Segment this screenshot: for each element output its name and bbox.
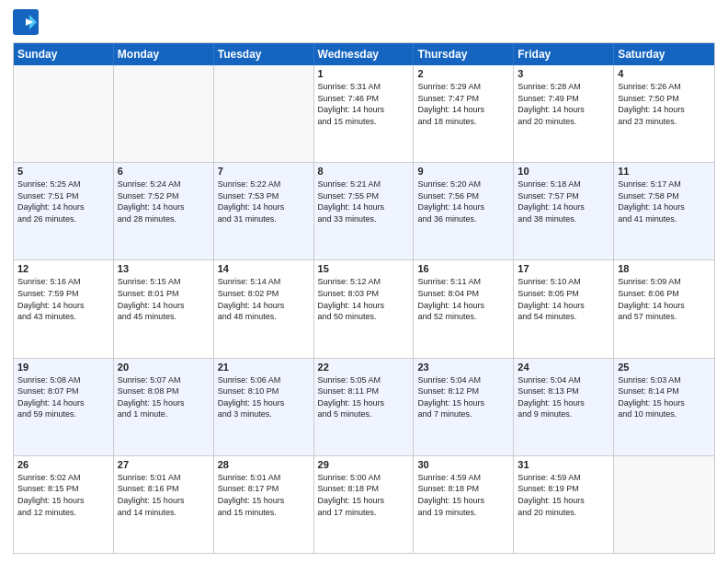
day-number: 25: [618, 362, 711, 373]
cal-cell-2-3: 7Sunrise: 5:22 AM Sunset: 7:53 PM Daylig…: [214, 163, 314, 259]
cell-info: Sunrise: 5:06 AM Sunset: 8:10 PM Dayligh…: [218, 374, 310, 420]
cell-info: Sunrise: 5:22 AM Sunset: 7:53 PM Dayligh…: [218, 178, 310, 224]
cal-cell-1-2: [114, 65, 214, 162]
cell-info: Sunrise: 5:28 AM Sunset: 7:49 PM Dayligh…: [518, 81, 609, 127]
header-day-saturday: Saturday: [614, 43, 714, 65]
cal-cell-5-3: 28Sunrise: 5:01 AM Sunset: 8:17 PM Dayli…: [214, 456, 314, 553]
day-number: 23: [417, 362, 509, 373]
cal-cell-4-3: 21Sunrise: 5:06 AM Sunset: 8:10 PM Dayli…: [214, 359, 314, 455]
day-number: 4: [618, 68, 711, 79]
cal-cell-4-4: 22Sunrise: 5:05 AM Sunset: 8:11 PM Dayli…: [314, 359, 415, 455]
cell-info: Sunrise: 5:17 AM Sunset: 7:58 PM Dayligh…: [618, 178, 711, 224]
cell-info: Sunrise: 5:16 AM Sunset: 7:59 PM Dayligh…: [17, 276, 109, 322]
calendar-row-2: 5Sunrise: 5:25 AM Sunset: 7:51 PM Daylig…: [14, 162, 714, 259]
cell-info: Sunrise: 5:24 AM Sunset: 7:52 PM Dayligh…: [118, 178, 210, 224]
cal-cell-1-4: 1Sunrise: 5:31 AM Sunset: 7:46 PM Daylig…: [314, 65, 415, 162]
day-number: 31: [518, 459, 609, 470]
logo: [13, 9, 42, 35]
day-number: 20: [118, 362, 210, 373]
day-number: 29: [318, 459, 410, 470]
day-number: 6: [118, 166, 210, 177]
calendar-body: 1Sunrise: 5:31 AM Sunset: 7:46 PM Daylig…: [14, 65, 714, 553]
cal-cell-2-5: 9Sunrise: 5:20 AM Sunset: 7:56 PM Daylig…: [414, 163, 514, 259]
cal-cell-3-5: 16Sunrise: 5:11 AM Sunset: 8:04 PM Dayli…: [414, 260, 514, 357]
day-number: 8: [318, 166, 410, 177]
cal-cell-1-7: 4Sunrise: 5:26 AM Sunset: 7:50 PM Daylig…: [614, 65, 714, 162]
calendar-row-5: 26Sunrise: 5:02 AM Sunset: 8:15 PM Dayli…: [14, 455, 714, 553]
cal-cell-3-7: 18Sunrise: 5:09 AM Sunset: 8:06 PM Dayli…: [614, 260, 714, 357]
day-number: 9: [417, 166, 509, 177]
cal-cell-3-1: 12Sunrise: 5:16 AM Sunset: 7:59 PM Dayli…: [14, 260, 114, 357]
day-number: 12: [17, 263, 109, 274]
cal-cell-3-4: 15Sunrise: 5:12 AM Sunset: 8:03 PM Dayli…: [314, 260, 415, 357]
day-number: 10: [518, 166, 609, 177]
day-number: 7: [218, 166, 310, 177]
cal-cell-2-1: 5Sunrise: 5:25 AM Sunset: 7:51 PM Daylig…: [14, 163, 114, 259]
cal-cell-1-5: 2Sunrise: 5:29 AM Sunset: 7:47 PM Daylig…: [414, 65, 514, 162]
calendar-row-4: 19Sunrise: 5:08 AM Sunset: 8:07 PM Dayli…: [14, 358, 714, 455]
header-day-thursday: Thursday: [414, 43, 514, 65]
header: [13, 9, 715, 35]
cal-cell-3-6: 17Sunrise: 5:10 AM Sunset: 8:05 PM Dayli…: [514, 260, 614, 357]
logo-icon: [13, 9, 39, 35]
cal-cell-2-2: 6Sunrise: 5:24 AM Sunset: 7:52 PM Daylig…: [114, 163, 214, 259]
day-number: 2: [417, 68, 509, 79]
cell-info: Sunrise: 5:00 AM Sunset: 8:18 PM Dayligh…: [318, 472, 410, 518]
cal-cell-4-6: 24Sunrise: 5:04 AM Sunset: 8:13 PM Dayli…: [514, 359, 614, 455]
day-number: 19: [17, 362, 109, 373]
day-number: 16: [417, 263, 509, 274]
cell-info: Sunrise: 5:07 AM Sunset: 8:08 PM Dayligh…: [118, 374, 210, 420]
header-day-wednesday: Wednesday: [314, 43, 415, 65]
cal-cell-5-4: 29Sunrise: 5:00 AM Sunset: 8:18 PM Dayli…: [314, 456, 415, 553]
cal-cell-5-7: [614, 456, 714, 553]
cal-cell-2-7: 11Sunrise: 5:17 AM Sunset: 7:58 PM Dayli…: [614, 163, 714, 259]
cell-info: Sunrise: 5:11 AM Sunset: 8:04 PM Dayligh…: [417, 276, 509, 322]
day-number: 13: [118, 263, 210, 274]
day-number: 28: [218, 459, 310, 470]
cell-info: Sunrise: 4:59 AM Sunset: 8:18 PM Dayligh…: [417, 472, 509, 518]
cal-cell-5-5: 30Sunrise: 4:59 AM Sunset: 8:18 PM Dayli…: [414, 456, 514, 553]
cell-info: Sunrise: 5:03 AM Sunset: 8:14 PM Dayligh…: [618, 374, 711, 420]
header-day-tuesday: Tuesday: [214, 43, 314, 65]
calendar: SundayMondayTuesdayWednesdayThursdayFrid…: [13, 42, 715, 554]
calendar-header: SundayMondayTuesdayWednesdayThursdayFrid…: [14, 43, 714, 65]
cell-info: Sunrise: 5:14 AM Sunset: 8:02 PM Dayligh…: [218, 276, 310, 322]
cell-info: Sunrise: 5:25 AM Sunset: 7:51 PM Dayligh…: [17, 178, 109, 224]
cal-cell-5-1: 26Sunrise: 5:02 AM Sunset: 8:15 PM Dayli…: [14, 456, 114, 553]
cal-cell-3-2: 13Sunrise: 5:15 AM Sunset: 8:01 PM Dayli…: [114, 260, 214, 357]
day-number: 30: [417, 459, 509, 470]
cal-cell-1-1: [14, 65, 114, 162]
header-day-monday: Monday: [114, 43, 214, 65]
cal-cell-4-1: 19Sunrise: 5:08 AM Sunset: 8:07 PM Dayli…: [14, 359, 114, 455]
day-number: 26: [17, 459, 109, 470]
day-number: 14: [218, 263, 310, 274]
cell-info: Sunrise: 5:01 AM Sunset: 8:17 PM Dayligh…: [218, 472, 310, 518]
cell-info: Sunrise: 5:08 AM Sunset: 8:07 PM Dayligh…: [17, 374, 109, 420]
cell-info: Sunrise: 5:15 AM Sunset: 8:01 PM Dayligh…: [118, 276, 210, 322]
cell-info: Sunrise: 5:05 AM Sunset: 8:11 PM Dayligh…: [318, 374, 410, 420]
cell-info: Sunrise: 5:10 AM Sunset: 8:05 PM Dayligh…: [518, 276, 609, 322]
cal-cell-4-5: 23Sunrise: 5:04 AM Sunset: 8:12 PM Dayli…: [414, 359, 514, 455]
calendar-row-3: 12Sunrise: 5:16 AM Sunset: 7:59 PM Dayli…: [14, 259, 714, 357]
cell-info: Sunrise: 5:01 AM Sunset: 8:16 PM Dayligh…: [118, 472, 210, 518]
day-number: 22: [318, 362, 410, 373]
header-day-sunday: Sunday: [14, 43, 114, 65]
cal-cell-1-3: [214, 65, 314, 162]
cal-cell-2-4: 8Sunrise: 5:21 AM Sunset: 7:55 PM Daylig…: [314, 163, 415, 259]
cell-info: Sunrise: 5:04 AM Sunset: 8:13 PM Dayligh…: [518, 374, 609, 420]
cell-info: Sunrise: 5:21 AM Sunset: 7:55 PM Dayligh…: [318, 178, 410, 224]
cal-cell-2-6: 10Sunrise: 5:18 AM Sunset: 7:57 PM Dayli…: [514, 163, 614, 259]
cell-info: Sunrise: 5:09 AM Sunset: 8:06 PM Dayligh…: [618, 276, 711, 322]
cell-info: Sunrise: 5:20 AM Sunset: 7:56 PM Dayligh…: [417, 178, 509, 224]
cell-info: Sunrise: 5:29 AM Sunset: 7:47 PM Dayligh…: [417, 81, 509, 127]
header-day-friday: Friday: [514, 43, 614, 65]
cell-info: Sunrise: 5:12 AM Sunset: 8:03 PM Dayligh…: [318, 276, 410, 322]
day-number: 5: [17, 166, 109, 177]
day-number: 24: [518, 362, 609, 373]
day-number: 18: [618, 263, 711, 274]
page: SundayMondayTuesdayWednesdayThursdayFrid…: [0, 0, 728, 563]
cell-info: Sunrise: 5:31 AM Sunset: 7:46 PM Dayligh…: [318, 81, 410, 127]
cell-info: Sunrise: 5:04 AM Sunset: 8:12 PM Dayligh…: [417, 374, 509, 420]
day-number: 15: [318, 263, 410, 274]
cell-info: Sunrise: 5:02 AM Sunset: 8:15 PM Dayligh…: [17, 472, 109, 518]
